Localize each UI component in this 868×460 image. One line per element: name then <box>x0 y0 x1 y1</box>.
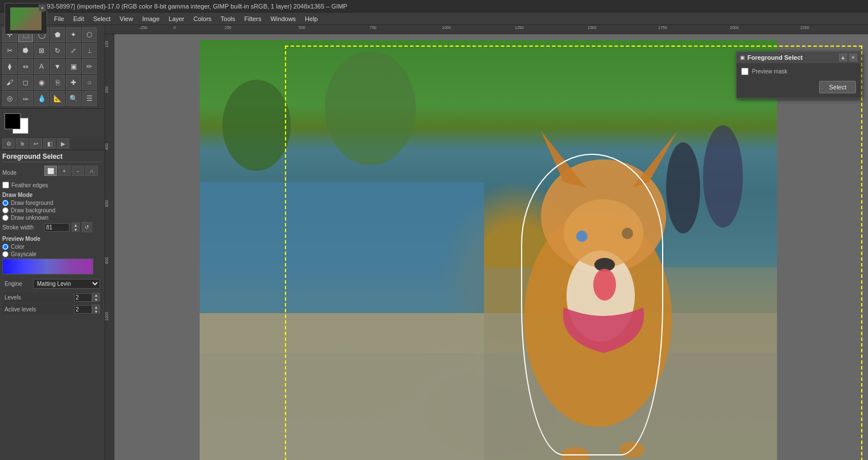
left-ruler: 100 200 400 600 800 1000 <box>105 34 114 460</box>
tool-blur[interactable]: ◎ <box>2 91 17 106</box>
preview-mask-checkbox[interactable] <box>741 68 749 75</box>
tool-scissors[interactable]: ✂ <box>2 43 17 58</box>
vruler-mark-100: 100 <box>105 41 109 48</box>
levels-input[interactable] <box>74 293 92 302</box>
menu-colors[interactable]: Colors <box>189 14 216 23</box>
tool-perspective[interactable]: ⧫ <box>2 59 17 74</box>
tool-foreground-select[interactable]: ⭓ <box>18 43 33 58</box>
stroke-width-up[interactable]: ▲ <box>72 223 80 227</box>
draw-background-radio[interactable] <box>2 207 9 213</box>
menu-edit[interactable]: Edit <box>69 14 89 23</box>
title-bar: [pexels-hnoody93-58997] (imported)-17.0 … <box>0 0 868 13</box>
menu-filters[interactable]: Filters <box>240 14 266 23</box>
active-levels-down[interactable]: ▼ <box>92 309 100 314</box>
mode-btn-intersect[interactable]: ∩ <box>85 166 98 176</box>
ruler-mark-2000: 2000 <box>730 26 739 30</box>
toolbox-tab-tool-options[interactable]: ⚙ <box>2 138 15 149</box>
preview-gradient-swatch <box>2 258 93 274</box>
preview-grayscale-row: Grayscale <box>2 251 102 257</box>
thumbnail-close-button[interactable]: ✕ <box>39 5 46 11</box>
svg-point-18 <box>576 231 588 242</box>
levels-up[interactable]: ▲ <box>92 293 100 297</box>
feather-edges-checkbox[interactable] <box>2 182 9 188</box>
tool-eraser[interactable]: ◻ <box>18 75 33 90</box>
tool-free-select[interactable]: ⬟ <box>50 27 65 42</box>
canvas-wrapper: -250 0 250 500 750 1000 1250 1500 1750 2… <box>105 25 868 460</box>
stroke-width-input[interactable] <box>44 223 69 232</box>
canvas-row: 100 200 400 600 800 1000 <box>105 34 868 460</box>
menu-image[interactable]: Image <box>138 14 164 23</box>
toolbox-tab-device-status[interactable]: 🖱 <box>16 138 28 149</box>
tool-zoom[interactable]: 🔍 <box>66 91 81 106</box>
menu-windows[interactable]: Windows <box>266 14 300 23</box>
menu-layer[interactable]: Layer <box>164 14 189 23</box>
preview-mode-label: Preview Mode <box>2 236 102 242</box>
image-canvas[interactable]: ▣ Foreground Select ▲ ✕ Preview mask Sel… <box>114 34 868 460</box>
ruler-mark-2250: 2250 <box>800 26 809 30</box>
active-levels-input[interactable] <box>74 305 92 314</box>
tool-scale[interactable]: ⤢ <box>66 43 81 58</box>
stroke-width-label: Stroke width <box>2 224 42 231</box>
image-thumbnail[interactable]: ✕ <box>5 3 47 34</box>
tool-heal[interactable]: ✚ <box>66 75 81 90</box>
tool-colorpicker[interactable]: 💧 <box>34 91 49 106</box>
vruler-mark-600: 600 <box>105 200 109 207</box>
preview-color-radio[interactable] <box>2 244 9 250</box>
svg-point-17 <box>593 269 616 301</box>
tool-text[interactable]: A <box>34 59 49 74</box>
mode-btn-subtract[interactable]: - <box>72 166 84 176</box>
tool-crop[interactable]: ⊠ <box>34 43 49 58</box>
foreground-color-swatch[interactable] <box>5 113 20 129</box>
preview-grayscale-radio[interactable] <box>2 251 9 257</box>
toolbox-tab-collapse[interactable]: ▶ <box>57 138 69 149</box>
feather-edges-label: Feather edges <box>11 182 48 188</box>
tool-pencil[interactable]: ✏ <box>82 59 97 74</box>
preview-mask-row: Preview mask <box>741 68 856 75</box>
menu-view[interactable]: View <box>115 14 138 23</box>
stroke-width-row: Stroke width ▲ ▼ ↺ <box>2 222 102 232</box>
mode-btn-replace[interactable]: ⬜ <box>44 166 57 176</box>
tool-measure[interactable]: 📐 <box>50 91 65 106</box>
tool-airbrush[interactable]: ◉ <box>34 75 49 90</box>
tool-fuzzy-select[interactable]: ✦ <box>66 27 81 42</box>
svg-point-9 <box>325 51 416 165</box>
tool-flip[interactable]: ⇔ <box>18 59 33 74</box>
select-button[interactable]: Select <box>819 81 856 93</box>
menu-file[interactable]: File <box>49 14 69 23</box>
tool-bucket[interactable]: ▼ <box>50 59 65 74</box>
stroke-width-down[interactable]: ▼ <box>72 227 80 232</box>
tool-align[interactable]: ☰ <box>82 91 97 106</box>
draw-background-row: Draw background <box>2 207 102 213</box>
toolbox-tab-something[interactable]: ◧ <box>43 138 56 149</box>
tool-clone[interactable]: ⎘ <box>50 75 65 90</box>
menu-help[interactable]: Help <box>300 14 323 23</box>
menu-select[interactable]: Select <box>89 14 115 23</box>
reset-button[interactable]: ↺ <box>82 222 92 232</box>
active-levels-spinner: ▲ ▼ <box>92 305 100 314</box>
tool-brush[interactable]: 🖌 <box>2 75 17 90</box>
toolbox-tab-undo[interactable]: ↩ <box>30 138 42 149</box>
tool-rotate[interactable]: ↻ <box>50 43 65 58</box>
menu-tools[interactable]: Tools <box>216 14 240 23</box>
dialog-up-button[interactable]: ▲ <box>839 54 847 61</box>
tool-dodge[interactable]: ○ <box>82 75 97 90</box>
mode-btn-add[interactable]: + <box>58 166 71 176</box>
dialog-close-button[interactable]: ✕ <box>849 54 857 61</box>
preview-color-row: Color <box>2 244 102 250</box>
tool-blend[interactable]: ▣ <box>66 59 81 74</box>
levels-down[interactable]: ▼ <box>92 297 100 302</box>
ruler-mark-1750: 1750 <box>658 26 667 30</box>
draw-unknown-radio[interactable] <box>2 215 9 221</box>
tool-shear[interactable]: ⟂ <box>82 43 97 58</box>
svg-point-8 <box>222 80 291 171</box>
tool-by-color[interactable]: ⬡ <box>82 27 97 42</box>
vruler-mark-200: 200 <box>105 87 109 93</box>
active-levels-label: Active levels <box>5 306 74 313</box>
draw-foreground-radio[interactable] <box>2 200 9 206</box>
engine-select[interactable]: Matting Levin <box>33 279 100 289</box>
active-levels-up[interactable]: ▲ <box>92 305 100 309</box>
tool-path[interactable]: ⬰ <box>18 91 33 106</box>
mode-row: Mode ⬜ + - ∩ <box>2 166 102 179</box>
foreground-select-dialog: ▣ Foreground Select ▲ ✕ Preview mask Sel… <box>736 51 861 98</box>
fg-select-dialog-title: Foreground Select <box>747 54 837 61</box>
